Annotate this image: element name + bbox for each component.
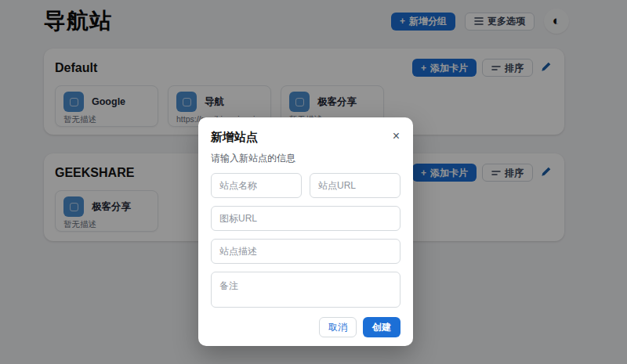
modal-footer: 取消 创建 [211, 317, 400, 337]
modal-subtitle: 请输入新站点的信息 [211, 152, 400, 165]
site-url-input[interactable] [310, 173, 400, 198]
note-textarea[interactable] [211, 272, 400, 308]
site-description-input[interactable] [211, 239, 400, 264]
modal-title: 新增站点 [211, 130, 258, 145]
icon-url-input[interactable] [211, 206, 400, 231]
close-button[interactable]: × [392, 130, 400, 142]
cancel-button[interactable]: 取消 [319, 317, 357, 337]
modal-header: 新增站点 × [211, 130, 400, 145]
site-name-input[interactable] [211, 173, 302, 198]
create-button[interactable]: 创建 [363, 317, 400, 337]
add-site-modal: 新增站点 × 请输入新站点的信息 取消 创建 [198, 117, 413, 346]
close-icon: × [393, 129, 400, 142]
